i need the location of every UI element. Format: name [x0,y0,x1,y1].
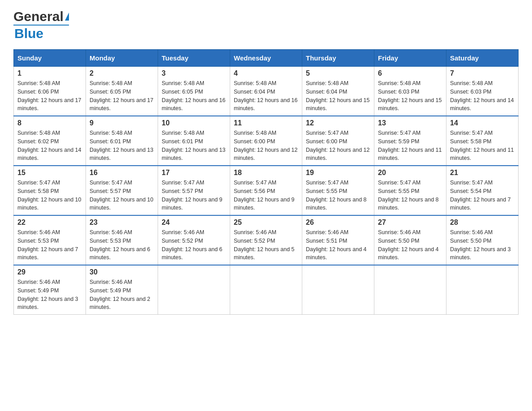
logo: General Blue [13,9,69,41]
calendar-cell: 21 Sunrise: 5:47 AMSunset: 5:54 PMDaylig… [446,166,519,215]
calendar-header-row: SundayMondayTuesdayWednesdayThursdayFrid… [14,50,519,67]
day-number: 8 [17,119,82,127]
day-info: Sunrise: 5:46 AMSunset: 5:53 PMDaylight:… [17,229,78,261]
calendar-week-row: 29 Sunrise: 5:46 AMSunset: 5:49 PMDaylig… [14,265,519,315]
day-info: Sunrise: 5:48 AMSunset: 6:00 PMDaylight:… [234,130,297,161]
page-header: General Blue [13,9,519,41]
calendar-cell: 7 Sunrise: 5:48 AMSunset: 6:03 PMDayligh… [446,67,519,116]
day-number: 17 [162,169,226,177]
day-info: Sunrise: 5:48 AMSunset: 6:02 PMDaylight:… [17,130,81,161]
calendar-cell: 24 Sunrise: 5:46 AMSunset: 5:52 PMDaylig… [158,215,230,265]
calendar-cell: 9 Sunrise: 5:48 AMSunset: 6:01 PMDayligh… [86,116,158,166]
day-number: 18 [234,169,298,177]
day-info: Sunrise: 5:46 AMSunset: 5:50 PMDaylight:… [378,229,439,261]
day-info: Sunrise: 5:48 AMSunset: 6:04 PMDaylight:… [306,80,369,111]
day-info: Sunrise: 5:47 AMSunset: 5:59 PMDaylight:… [378,130,442,161]
day-info: Sunrise: 5:46 AMSunset: 5:49 PMDaylight:… [17,279,78,310]
calendar-cell: 30 Sunrise: 5:46 AMSunset: 5:49 PMDaylig… [86,265,158,315]
day-info: Sunrise: 5:46 AMSunset: 5:52 PMDaylight:… [162,229,223,261]
day-number: 9 [90,119,154,127]
calendar-cell: 17 Sunrise: 5:47 AMSunset: 5:57 PMDaylig… [158,166,230,215]
calendar-cell: 19 Sunrise: 5:47 AMSunset: 5:55 PMDaylig… [302,166,374,215]
day-info: Sunrise: 5:46 AMSunset: 5:50 PMDaylight:… [450,229,511,261]
calendar-cell: 16 Sunrise: 5:47 AMSunset: 5:57 PMDaylig… [86,166,158,215]
day-info: Sunrise: 5:47 AMSunset: 5:55 PMDaylight:… [306,180,367,211]
day-number: 27 [378,218,442,227]
calendar-cell [374,265,446,315]
day-info: Sunrise: 5:48 AMSunset: 6:01 PMDaylight:… [162,130,225,161]
calendar-cell: 22 Sunrise: 5:46 AMSunset: 5:53 PMDaylig… [14,215,86,265]
day-number: 14 [450,119,515,127]
day-info: Sunrise: 5:46 AMSunset: 5:49 PMDaylight:… [90,279,150,310]
day-info: Sunrise: 5:46 AMSunset: 5:51 PMDaylight:… [306,229,367,261]
calendar-week-row: 22 Sunrise: 5:46 AMSunset: 5:53 PMDaylig… [14,215,519,265]
day-number: 13 [378,119,442,127]
calendar-cell: 25 Sunrise: 5:46 AMSunset: 5:52 PMDaylig… [230,215,302,265]
calendar-week-row: 15 Sunrise: 5:47 AMSunset: 5:58 PMDaylig… [14,166,519,215]
calendar-cell: 23 Sunrise: 5:46 AMSunset: 5:53 PMDaylig… [86,215,158,265]
calendar-cell [230,265,302,315]
calendar-cell: 4 Sunrise: 5:48 AMSunset: 6:04 PMDayligh… [230,67,302,116]
day-info: Sunrise: 5:46 AMSunset: 5:52 PMDaylight:… [234,229,295,261]
day-info: Sunrise: 5:47 AMSunset: 5:55 PMDaylight:… [378,180,439,211]
calendar-cell: 20 Sunrise: 5:47 AMSunset: 5:55 PMDaylig… [374,166,446,215]
day-info: Sunrise: 5:46 AMSunset: 5:53 PMDaylight:… [90,229,150,261]
calendar-cell: 12 Sunrise: 5:47 AMSunset: 6:00 PMDaylig… [302,116,374,166]
day-number: 30 [90,268,154,276]
day-number: 2 [90,69,154,77]
day-number: 23 [90,218,154,227]
day-number: 7 [450,69,515,77]
calendar-cell: 11 Sunrise: 5:48 AMSunset: 6:00 PMDaylig… [230,116,302,166]
day-number: 21 [450,169,515,177]
calendar-week-row: 1 Sunrise: 5:48 AMSunset: 6:06 PMDayligh… [14,67,519,116]
day-number: 29 [17,268,82,276]
day-info: Sunrise: 5:48 AMSunset: 6:03 PMDaylight:… [450,80,514,111]
day-number: 4 [234,69,298,77]
calendar-cell: 10 Sunrise: 5:48 AMSunset: 6:01 PMDaylig… [158,116,230,166]
day-info: Sunrise: 5:48 AMSunset: 6:06 PMDaylight:… [17,80,81,111]
calendar-cell: 2 Sunrise: 5:48 AMSunset: 6:05 PMDayligh… [86,67,158,116]
day-number: 10 [162,119,226,127]
day-info: Sunrise: 5:48 AMSunset: 6:03 PMDaylight:… [378,80,442,111]
calendar-cell: 15 Sunrise: 5:47 AMSunset: 5:58 PMDaylig… [14,166,86,215]
day-number: 24 [162,218,226,227]
day-number: 6 [378,69,442,77]
calendar-table: SundayMondayTuesdayWednesdayThursdayFrid… [13,49,519,315]
day-number: 5 [306,69,370,77]
calendar-cell: 1 Sunrise: 5:48 AMSunset: 6:06 PMDayligh… [14,67,86,116]
day-info: Sunrise: 5:48 AMSunset: 6:05 PMDaylight:… [162,80,225,111]
day-info: Sunrise: 5:47 AMSunset: 5:56 PMDaylight:… [234,180,295,211]
day-number: 22 [17,218,82,227]
calendar-cell [446,265,519,315]
day-info: Sunrise: 5:48 AMSunset: 6:05 PMDaylight:… [90,80,153,111]
calendar-cell: 28 Sunrise: 5:46 AMSunset: 5:50 PMDaylig… [446,215,519,265]
calendar-cell: 13 Sunrise: 5:47 AMSunset: 5:59 PMDaylig… [374,116,446,166]
calendar-cell [158,265,230,315]
calendar-cell: 18 Sunrise: 5:47 AMSunset: 5:56 PMDaylig… [230,166,302,215]
calendar-cell [302,265,374,315]
day-info: Sunrise: 5:47 AMSunset: 5:58 PMDaylight:… [450,130,514,161]
calendar-cell: 5 Sunrise: 5:48 AMSunset: 6:04 PMDayligh… [302,67,374,116]
day-info: Sunrise: 5:47 AMSunset: 5:58 PMDaylight:… [17,180,81,211]
day-number: 28 [450,218,515,227]
calendar-cell: 8 Sunrise: 5:48 AMSunset: 6:02 PMDayligh… [14,116,86,166]
calendar-day-header: Monday [86,50,158,67]
day-info: Sunrise: 5:47 AMSunset: 5:57 PMDaylight:… [162,180,223,211]
day-number: 26 [306,218,370,227]
day-info: Sunrise: 5:47 AMSunset: 5:54 PMDaylight:… [450,180,511,211]
calendar-day-header: Saturday [446,50,519,67]
calendar-week-row: 8 Sunrise: 5:48 AMSunset: 6:02 PMDayligh… [14,116,519,166]
day-number: 1 [17,69,82,77]
calendar-cell: 27 Sunrise: 5:46 AMSunset: 5:50 PMDaylig… [374,215,446,265]
calendar-cell: 6 Sunrise: 5:48 AMSunset: 6:03 PMDayligh… [374,67,446,116]
day-number: 25 [234,218,298,227]
day-info: Sunrise: 5:47 AMSunset: 5:57 PMDaylight:… [90,180,153,211]
day-number: 15 [17,169,82,177]
calendar-cell: 14 Sunrise: 5:47 AMSunset: 5:58 PMDaylig… [446,116,519,166]
day-info: Sunrise: 5:48 AMSunset: 6:04 PMDaylight:… [234,80,297,111]
logo-blue-text: Blue [14,26,43,41]
calendar-day-header: Wednesday [230,50,302,67]
day-number: 12 [306,119,370,127]
day-number: 3 [162,69,226,77]
calendar-day-header: Thursday [302,50,374,67]
